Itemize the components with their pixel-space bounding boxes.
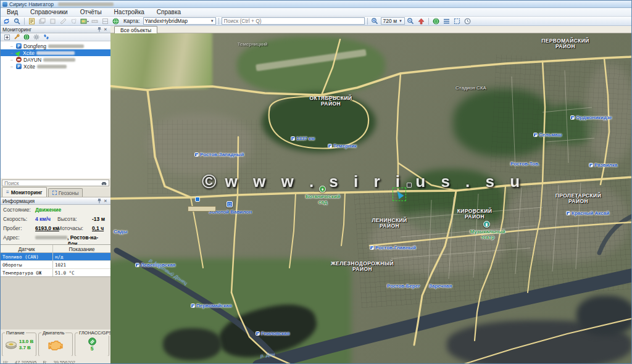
sensor-value: 51.0 °C — [53, 269, 110, 276]
coords-strip: Ш: 47.205595 В: 39.556202 — [1, 356, 110, 364]
poi-label: Музыкальный театр — [463, 230, 512, 240]
global-search-input[interactable] — [222, 17, 365, 25]
station-label: Красный Аксай — [566, 210, 609, 216]
map-select-label: Карта: — [123, 18, 140, 24]
address-label: Адрес: — [3, 234, 20, 241]
station-icon — [566, 211, 570, 215]
pin-icon[interactable] — [96, 198, 102, 204]
track-footprints-icon[interactable] — [43, 34, 50, 41]
redacted-map-callout — [188, 206, 216, 212]
sensor-table-header: Датчик Показание — [1, 245, 110, 253]
menu-settings[interactable]: Настройка — [114, 9, 144, 15]
sensor-row-selected[interactable]: Топливо (CAN) н/д — [1, 253, 110, 261]
mileage-label: Пробег: — [3, 225, 22, 231]
vehicle-marker-blue[interactable] — [195, 197, 200, 202]
tab-label: Все объекты — [120, 27, 151, 33]
chevron-down-icon: ▼ — [210, 19, 214, 23]
map-tab-bar: Все объекты — [110, 26, 632, 33]
geozone-icon — [52, 191, 57, 195]
tab-geozones[interactable]: Геозоны — [48, 188, 83, 197]
area-icon[interactable] — [101, 17, 110, 25]
vehicle-row[interactable]: ‒ P Dongfeng — [1, 43, 110, 49]
ruler-icon[interactable] — [90, 17, 99, 25]
window-title: Сириус Навигатор — [9, 1, 54, 7]
polygon-icon[interactable] — [69, 17, 78, 25]
pin-icon[interactable] — [96, 27, 102, 33]
sensor-value: 1021 — [53, 261, 110, 268]
tools-icon[interactable] — [13, 34, 20, 41]
layers-icon[interactable] — [38, 17, 47, 25]
vehicle-row-selected[interactable]: ‒ Xcite — [1, 49, 110, 56]
menu-reports[interactable]: Отчёты — [80, 9, 102, 15]
report-icon[interactable] — [27, 17, 36, 25]
sidebar-search-input[interactable]: Поиск — [2, 180, 109, 186]
mileage-value[interactable]: 6193,0 км — [35, 225, 59, 231]
map-scale-select[interactable]: 720 м ▼ — [381, 17, 405, 25]
map-canvas[interactable]: © w w w . s i r i u s . s u ОКТЯБРЬСКИЙ … — [110, 33, 632, 364]
sensor-value: н/д — [53, 253, 110, 260]
tree-toolbar — [1, 33, 110, 41]
history-clock-icon[interactable] — [463, 17, 472, 25]
globe-icon[interactable] — [111, 17, 120, 25]
info-grid: Состояние: Движение Скорость: 4 км/ч Выс… — [1, 205, 110, 244]
app-window: Сириус Навигатор Вид Справочники Отчёты … — [0, 0, 632, 364]
left-sidebar: Мониторинг ✕ ‒ — [1, 26, 110, 364]
app-icon — [2, 2, 7, 7]
menu-directories[interactable]: Справочники — [30, 9, 68, 15]
binoculars-icon — [101, 181, 107, 186]
parked-status-icon: P — [16, 64, 22, 69]
expand-all-icon[interactable] — [3, 34, 10, 41]
station-icon — [370, 246, 374, 250]
goto-object-globe-icon[interactable] — [431, 17, 441, 25]
globe-refresh-icon[interactable] — [23, 34, 30, 41]
vehicle-row[interactable]: ‒ P Xcite — [1, 63, 110, 70]
menu-view[interactable]: Вид — [7, 9, 18, 15]
status-boxes: Питание 13.0 В 3.7 В Двигатель — [1, 329, 110, 356]
menu-help[interactable]: Справка — [157, 9, 181, 15]
sensor-row[interactable]: Обороты 1021 — [1, 261, 110, 269]
sensor-table: Датчик Показание Топливо (CAN) н/д Оборо… — [1, 244, 110, 278]
zoom-in-icon[interactable] — [370, 17, 380, 25]
tab-all-objects[interactable]: Все объекты — [114, 26, 157, 33]
home-arrow-icon[interactable] — [417, 17, 426, 25]
redacted-plate — [36, 51, 75, 55]
voltage-main: 13.0 В — [19, 339, 34, 344]
gear-icon[interactable] — [33, 34, 40, 41]
district-label: КИРОВСКИЙ РАЙОН — [454, 209, 496, 220]
selected-vehicle-marker[interactable] — [393, 188, 406, 201]
measure-icon[interactable] — [59, 17, 68, 25]
district-label: ОКТЯБРЬСКИЙ РАЙОН — [306, 96, 356, 107]
hours-value[interactable]: 0,1 ч — [92, 225, 104, 231]
tree-line: ‒ — [10, 51, 14, 55]
close-icon[interactable]: ✕ — [102, 27, 109, 33]
object-list-icon[interactable] — [442, 17, 451, 25]
vehicle-name: Xcite — [23, 64, 35, 70]
close-icon[interactable]: ✕ — [102, 198, 109, 204]
search-icon[interactable] — [12, 17, 22, 25]
station-label: 1337 км — [291, 136, 315, 141]
station-icon — [256, 331, 260, 336]
map-type-select[interactable]: YandexHybridMap ▼ — [143, 17, 216, 25]
fit-selection-icon[interactable] — [452, 17, 462, 25]
station-label: Заречная — [429, 283, 452, 289]
vehicle-row[interactable]: ‒ DAYUN — [1, 56, 110, 63]
map-object-chip[interactable] — [407, 183, 412, 188]
tab-label: Геозоны — [59, 190, 79, 196]
zoom-out-icon[interactable] — [406, 17, 415, 25]
station-label: Ростов-Тов. — [510, 161, 539, 167]
satellite-icon — [88, 337, 96, 345]
map-style-icon[interactable] — [80, 17, 89, 25]
refresh-icon[interactable] — [2, 17, 11, 25]
district-label: ЖЕЛЕЗНОДОРОЖНЫЙ РАЙОН — [326, 261, 399, 272]
station-icon — [194, 152, 199, 157]
district-label: ПРОЛЕТАРСКИЙ РАЙОН — [550, 193, 607, 204]
tree-line: ‒ — [10, 57, 14, 62]
station-label: Сельмаш — [533, 132, 562, 138]
tab-monitoring[interactable]: ≡ Мониторинг — [2, 187, 47, 197]
monitoring-panel-header: Мониторинг ✕ — [1, 26, 110, 33]
redacted-plate — [43, 58, 75, 62]
station-icon — [570, 115, 575, 120]
copy-icon[interactable] — [48, 17, 57, 25]
station-icon — [135, 263, 139, 267]
station-label: Ростов-Берег — [387, 283, 420, 289]
